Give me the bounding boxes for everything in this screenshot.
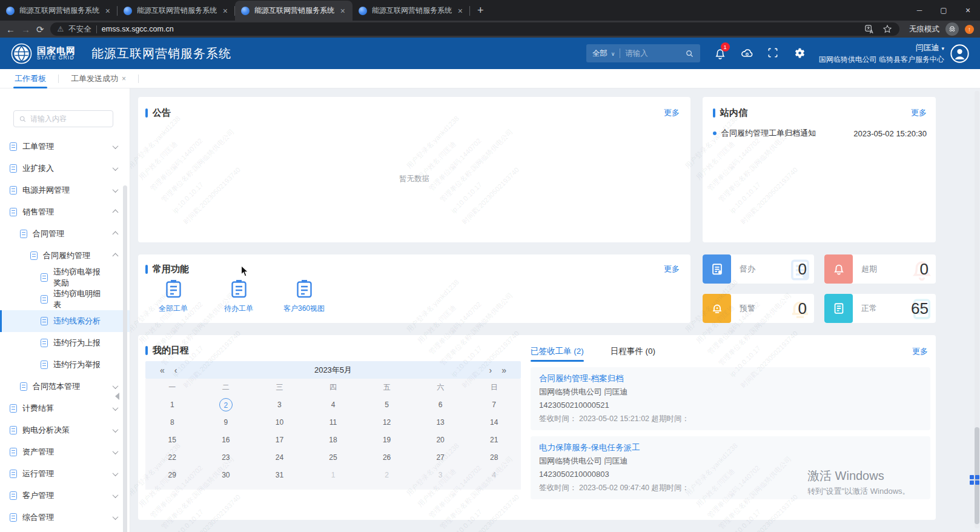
status-card[interactable]: 超期 0 <box>824 254 936 284</box>
sidebar-item[interactable]: 计费结算 <box>0 397 130 419</box>
work-order-title[interactable]: 电力保障服务-保电任务派工 <box>539 441 922 454</box>
calendar-day[interactable]: 1 <box>306 466 360 484</box>
prev-year-icon[interactable]: « <box>155 365 170 375</box>
address-bar[interactable]: ⚠ 不安全 emss.sx.sgcc.com.cn <box>50 22 899 36</box>
page-tab-close-icon[interactable]: × <box>122 75 126 83</box>
sidebar-item[interactable]: 合同管理 <box>0 223 130 245</box>
minimize-button[interactable]: ─ <box>907 6 932 15</box>
calendar-day[interactable]: 18 <box>306 431 360 448</box>
user-block[interactable]: 闫匡迪 ▾ 国网临猗供电公司 临猗县客户服务中心 <box>819 42 944 65</box>
url-text[interactable]: emss.sx.sgcc.com.cn <box>102 25 174 33</box>
calendar-day[interactable]: 10 <box>253 413 306 431</box>
work-order-item[interactable]: 合同履约管理-档案归档 国网临猗供电公司 闫匡迪 142305021000052… <box>531 367 930 430</box>
calendar-day[interactable]: 7 <box>467 396 521 413</box>
sidebar-item[interactable]: 违约行为举报 <box>0 354 130 376</box>
calendar-day[interactable]: 30 <box>199 466 253 484</box>
work-orders-more-link[interactable]: 更多 <box>912 346 928 357</box>
message-item[interactable]: 合同履约管理工单归档通知 2023-05-02 15:20:30 <box>713 126 927 141</box>
work-order-tab[interactable]: 日程事件 (0) <box>611 341 655 362</box>
back-button[interactable]: ← <box>6 25 15 34</box>
calendar-day[interactable]: 4 <box>467 466 521 484</box>
messages-more-link[interactable]: 更多 <box>911 107 927 118</box>
sidebar-scrollbar[interactable] <box>123 185 127 532</box>
next-year-icon[interactable]: » <box>497 365 511 375</box>
calendar-day[interactable]: 9 <box>199 413 253 431</box>
sidebar-item[interactable]: 合同范本管理 <box>0 376 130 397</box>
calendar-day[interactable]: 6 <box>414 396 468 413</box>
browser-tab[interactable]: 能源互联网营销服务系统 × <box>353 1 470 21</box>
quick-function-item[interactable]: 客户360视图 <box>287 280 321 314</box>
page-tab[interactable]: 工单发送成功 × <box>70 69 127 88</box>
calendar-day[interactable]: 22 <box>145 448 199 466</box>
calendar-day[interactable]: 14 <box>467 413 521 431</box>
bookmark-star-icon[interactable] <box>882 24 892 34</box>
calendar-day[interactable]: 2 <box>360 466 414 484</box>
maximize-button[interactable]: ▢ <box>932 6 956 15</box>
calendar-day[interactable]: 31 <box>253 466 306 484</box>
quick-function-item[interactable]: 全部工单 <box>156 280 190 314</box>
floating-widget-icon[interactable] <box>970 475 980 485</box>
notification-bell-icon[interactable]: 1 <box>713 47 727 60</box>
calendar-day[interactable]: 21 <box>467 431 521 448</box>
user-avatar[interactable] <box>950 44 969 63</box>
sidebar-collapse-icon[interactable] <box>115 393 119 400</box>
calendar-day[interactable]: 15 <box>145 431 199 448</box>
calendar-day[interactable]: 16 <box>199 431 253 448</box>
sidebar-item[interactable]: 违约窃电举报奖励 <box>0 267 130 288</box>
calendar-day[interactable]: 4 <box>306 396 360 413</box>
sidebar-item[interactable]: 综合管理 <box>0 507 130 528</box>
not-secure-icon[interactable]: ⚠ <box>58 25 64 33</box>
sidebar-item[interactable]: 电源并网管理 <box>0 179 130 201</box>
browser-tab[interactable]: 能源互联网营销服务系统 × <box>0 1 118 21</box>
settings-gear-icon[interactable] <box>793 47 807 60</box>
sidebar-search-input[interactable] <box>30 115 108 123</box>
quick-functions-more-link[interactable]: 更多 <box>664 264 680 274</box>
calendar-day[interactable]: 25 <box>306 448 360 466</box>
sidebar-item[interactable]: 销售管理 <box>0 201 130 223</box>
work-order-tab[interactable]: 已签收工单 (2) <box>531 341 584 362</box>
calendar-day[interactable]: 8 <box>145 413 199 431</box>
sidebar-item[interactable]: 违约线索分析 <box>0 310 130 332</box>
browser-tab[interactable]: 能源互联网营销服务系统 × <box>235 1 353 21</box>
calendar-day[interactable]: 29 <box>145 466 199 484</box>
status-card[interactable]: 督办 0 <box>703 254 814 284</box>
calendar-day[interactable]: 24 <box>253 448 306 466</box>
calendar-day[interactable]: 13 <box>414 413 468 431</box>
calendar-day[interactable]: 12 <box>360 413 414 431</box>
calendar-day[interactable]: 11 <box>306 413 360 431</box>
status-card[interactable]: 预警 0 <box>703 294 814 323</box>
sidebar-item[interactable]: 合同履约管理 <box>0 245 130 267</box>
announcements-more-link[interactable]: 更多 <box>664 107 680 118</box>
calendar-day[interactable]: 5 <box>360 396 414 413</box>
global-search-input[interactable] <box>625 49 684 58</box>
work-order-title[interactable]: 合同履约管理-档案归档 <box>539 372 922 385</box>
sidebar-item[interactable]: 客户管理 <box>0 485 130 507</box>
sidebar-item[interactable]: 违约窃电明细表 <box>0 288 130 310</box>
next-month-icon[interactable]: › <box>485 365 497 375</box>
quick-function-item[interactable]: 待办工单 <box>222 280 256 314</box>
calendar-day[interactable]: 19 <box>360 431 414 448</box>
page-tab[interactable]: 工作看板 <box>13 69 47 88</box>
close-button[interactable]: × <box>956 5 980 15</box>
reload-button[interactable]: ⟳ <box>36 25 44 34</box>
search-icon[interactable] <box>685 49 694 58</box>
message-title[interactable]: 合同履约管理工单归档通知 <box>721 128 816 139</box>
tab-close-icon[interactable]: × <box>339 6 346 16</box>
fullscreen-scan-icon[interactable] <box>767 47 780 60</box>
new-tab-button[interactable]: + <box>470 4 491 21</box>
work-order-item[interactable]: 电力保障服务-保电任务派工 国网临猗供电公司 闫匡迪 1423050210000… <box>531 436 930 499</box>
cloud-icon[interactable] <box>740 47 753 60</box>
sidebar-item[interactable]: 违约行为上报 <box>0 332 130 354</box>
calendar-day[interactable]: 17 <box>253 431 306 448</box>
status-card[interactable]: 正常 65 <box>824 294 936 323</box>
sidebar-item[interactable]: 业扩接入 <box>0 158 130 179</box>
sidebar-item[interactable]: 工单管理 <box>0 136 130 158</box>
calendar-day[interactable]: 20 <box>414 431 468 448</box>
tab-close-icon[interactable]: × <box>457 6 464 16</box>
page-scrollbar[interactable] <box>975 91 979 528</box>
tab-close-icon[interactable]: × <box>222 6 229 16</box>
calendar-day[interactable]: 23 <box>199 448 253 466</box>
browser-tab[interactable]: 能源互联网营销服务系统 × <box>118 1 235 21</box>
sidebar-item[interactable]: 运行管理 <box>0 463 130 485</box>
sidebar-item[interactable]: 购电分析决策 <box>0 419 130 441</box>
